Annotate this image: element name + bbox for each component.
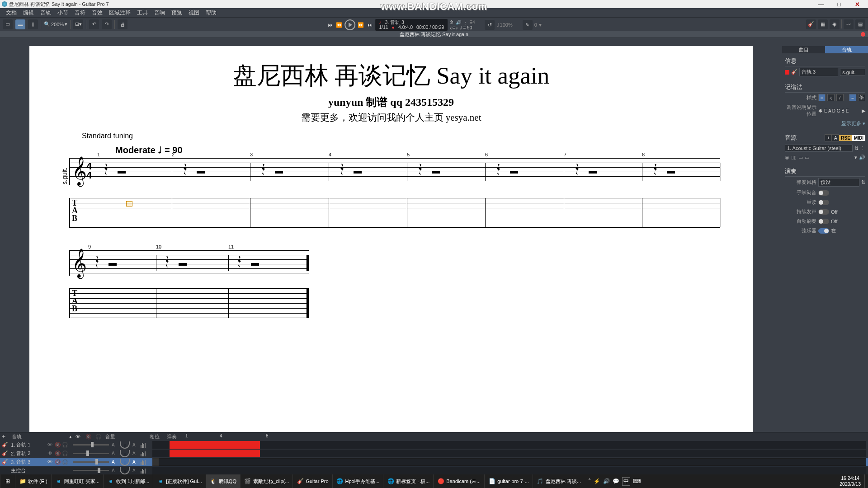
menu-help[interactable]: 帮助 [203,9,220,17]
track-timeline[interactable] [152,450,866,457]
document-tab[interactable]: 盘尼西林 再谈记忆 Say it again [0,31,868,38]
panel-icon[interactable]: ▤ [855,19,865,29]
add-sound-button[interactable]: + [825,134,832,141]
redo-button[interactable]: ↷ [102,19,112,29]
fretboard-icon[interactable]: ▦ [818,19,828,29]
print-button[interactable]: 🖨 [118,19,127,29]
tray-up-icon[interactable]: ˄ [588,478,591,484]
tray-icon[interactable]: ⌨ [633,478,641,484]
dropdown-icon[interactable]: ▾ [854,155,857,160]
view-vertical-icon[interactable]: ▯ [28,19,38,29]
master-row[interactable]: 主控台 A A [0,466,868,475]
forward-end-button[interactable]: ⏭ [366,21,373,28]
menu-file[interactable]: 文档 [3,9,20,17]
menu-view[interactable]: 视图 [185,9,203,17]
rewind-start-button[interactable]: ⏮ [326,21,334,28]
sustain-toggle[interactable] [818,209,829,215]
layout-icon[interactable]: ⊞▾ [73,19,83,29]
volume-icon[interactable]: 🔊 [859,155,865,160]
taskbar-item[interactable]: 🔴Bandicam (未... [433,474,484,488]
view-single-icon[interactable]: ▭ [3,19,13,29]
style-opt3[interactable]: / [836,94,844,101]
add-track-button[interactable]: + [2,433,8,440]
speed-display[interactable]: 100% [500,22,513,28]
style-opt4[interactable]: = [849,94,856,101]
taskbar-item[interactable]: e收到 1封新邮... [103,474,153,488]
view-horizontal-icon[interactable]: ▬ [15,19,25,29]
fx2-icon[interactable]: ▭ [805,155,809,160]
notation-staff[interactable]: 𝄞 9 10 11 [69,250,309,276]
mute-icon[interactable]: 🔇 [55,450,60,456]
auto-button[interactable]: A [112,451,117,456]
score-viewport[interactable]: 盘尼西林 再谈记忆 Say it again yunyun 制谱 qq 2435… [0,46,782,432]
taskbar-item[interactable]: 🐧腾讯QQ [206,474,240,488]
tab-song[interactable]: 曲目 [782,46,825,53]
mono-icon[interactable]: ◉ [785,155,789,160]
forward-button[interactable]: ⏩ [357,21,364,28]
menu-section[interactable]: 区域注释 [106,9,134,17]
track-name-input[interactable]: 音轨 3 [799,68,838,76]
notation-staff[interactable]: 𝄞 44 1 2 3 4 5 6 7 8 [69,158,720,185]
taskbar-item[interactable]: 🌐新标签页 - 极... [383,474,433,488]
taskbar-item[interactable]: 🎸Guitar Pro [292,474,332,488]
eye-icon[interactable]: 👁 [47,442,53,448]
drums-icon[interactable]: ◉ [830,19,840,29]
tab-track[interactable]: 音轨 [825,46,868,53]
menu-effect[interactable]: 音效 [89,9,106,17]
taskbar-item[interactable]: 🎵盘尼西林 再谈... [533,474,585,488]
taskbar-clock[interactable]: 16:24:14 2020/9/13 [836,475,864,487]
menu-track[interactable]: 音轨 [37,9,54,17]
eq-icon[interactable] [141,451,150,456]
timeline-ruler[interactable]: 1 4 8 [185,432,868,441]
eq-icon[interactable] [141,442,150,448]
solo-icon[interactable]: 🎧 [62,450,67,456]
fx-icon[interactable]: ▭ [798,155,803,160]
auto-button[interactable]: A [132,460,138,465]
sound-options-icon[interactable]: ⇅ [854,145,859,151]
menu-sound[interactable]: 音响 [151,9,168,17]
taskbar-item[interactable]: 📄guitar-pro-7-... [484,474,533,488]
settings-icon[interactable]: ⋮ [463,20,467,25]
taskbar-item[interactable]: 📁软件 (E:) [15,474,51,488]
gear-icon[interactable]: ✱ [818,108,822,114]
capo-display[interactable]: 0 [534,22,537,28]
tray-icon[interactable]: ⚡ [594,478,600,484]
eye-icon[interactable]: 👁 [47,450,53,456]
start-button[interactable]: ⊞ [0,474,15,488]
auto-button[interactable]: A [112,442,117,447]
undo-button[interactable]: ↶ [89,19,99,29]
loop-button[interactable]: ↺ [485,20,495,30]
track-row[interactable]: 🎸 2.音轨 2 👁🔇🎧 A A [0,449,868,458]
auto-button[interactable]: A [132,451,138,456]
minimize-button[interactable]: — [812,1,830,8]
collapse-icon[interactable]: ▴ [49,434,72,440]
show-desktop-button[interactable] [864,474,868,488]
track-row[interactable]: 🎸 1.音轨 1 👁🔇🎧 A A [0,441,868,449]
solo-icon[interactable]: 🎧 [62,459,67,465]
mute-icon[interactable]: 🔇 [55,442,60,448]
taskbar-item[interactable]: 🌐Hpoi手办维基... [332,474,383,488]
tab-staff[interactable]: TAB [69,198,720,228]
menu-edit[interactable]: 编辑 [20,9,37,17]
accent-toggle[interactable] [818,200,829,205]
metronome-icon[interactable]: 🔊 [456,20,461,25]
volume-slider[interactable] [73,461,109,463]
play-button[interactable] [344,19,355,30]
tab-staff[interactable]: TAB [69,288,309,318]
volume-slider[interactable] [73,470,109,471]
style-opt5[interactable]: 倍 [858,94,865,101]
autobrush-toggle[interactable] [818,219,829,224]
volume-slider[interactable] [73,444,109,446]
volume-slider[interactable] [73,453,109,454]
pan-knob[interactable] [120,441,130,449]
solo-icon[interactable]: 🎧 [62,442,67,448]
play-tuning-icon[interactable]: ▶ [862,108,865,114]
close-button[interactable]: ✕ [848,1,866,8]
countin-icon[interactable]: ⏱ [449,20,454,25]
mute-icon[interactable]: 🔇 [55,459,60,465]
menu-bar-item[interactable]: 小节 [54,9,71,17]
track-row[interactable]: 🎸 3.音轨 3 👁🔇🎧 A A [0,458,868,466]
strings-toggle[interactable] [818,228,829,234]
ime-indicator[interactable]: 中 [622,477,630,486]
strum-select[interactable]: 预设 [818,178,859,187]
